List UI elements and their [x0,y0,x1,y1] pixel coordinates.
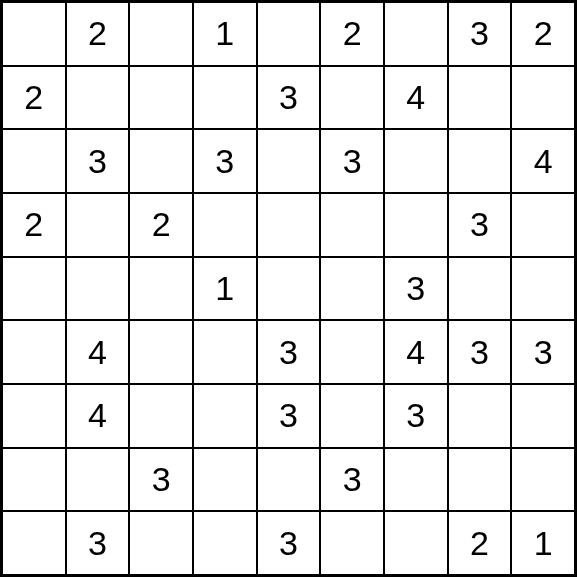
grid-cell[interactable] [129,66,193,130]
grid-cell[interactable] [193,193,257,257]
grid-cell[interactable] [129,257,193,321]
grid-cell[interactable]: 1 [193,2,257,66]
grid-cell[interactable]: 3 [257,66,321,130]
grid-cell[interactable]: 4 [511,129,575,193]
grid-cell[interactable] [66,66,130,130]
grid-cell[interactable]: 4 [384,66,448,130]
grid-cell[interactable] [129,384,193,448]
grid-cell[interactable]: 3 [320,129,384,193]
grid-cell[interactable] [320,511,384,575]
grid-cell[interactable] [257,193,321,257]
grid-cell[interactable]: 3 [384,257,448,321]
grid-cell[interactable] [193,448,257,512]
grid-cell[interactable]: 2 [320,2,384,66]
grid-cell[interactable] [320,320,384,384]
grid-cell[interactable]: 2 [2,66,66,130]
grid-cell[interactable] [448,129,512,193]
grid-cell[interactable] [320,257,384,321]
grid-cell[interactable] [2,129,66,193]
grid-cell[interactable] [320,384,384,448]
grid-cell[interactable] [511,257,575,321]
grid-cell[interactable] [511,66,575,130]
grid-cell[interactable] [193,66,257,130]
grid-cell[interactable]: 3 [448,2,512,66]
grid-cell[interactable]: 3 [448,193,512,257]
grid-cell[interactable]: 3 [66,129,130,193]
grid-cell[interactable] [129,320,193,384]
grid-cell[interactable] [320,193,384,257]
grid-cell[interactable]: 3 [257,384,321,448]
grid-cell[interactable]: 3 [320,448,384,512]
grid-cell[interactable]: 2 [511,2,575,66]
grid-cell[interactable] [129,129,193,193]
grid-cell[interactable] [384,129,448,193]
grid-cell[interactable] [384,511,448,575]
grid-cell[interactable] [448,257,512,321]
grid-cell[interactable]: 3 [129,448,193,512]
grid-cell[interactable] [511,384,575,448]
grid-cell[interactable] [2,448,66,512]
grid-cell[interactable]: 4 [384,320,448,384]
grid-cell[interactable] [257,2,321,66]
grid-cell[interactable] [320,66,384,130]
grid-cell[interactable]: 3 [66,511,130,575]
grid-cell[interactable] [66,257,130,321]
grid-cell[interactable] [257,448,321,512]
grid-cell[interactable] [257,257,321,321]
grid-cell[interactable] [66,448,130,512]
grid-cell[interactable] [257,129,321,193]
grid-cell[interactable] [448,66,512,130]
grid-cell[interactable] [511,193,575,257]
grid-cell[interactable]: 3 [257,511,321,575]
grid-cell[interactable]: 2 [2,193,66,257]
grid-cell[interactable]: 4 [66,320,130,384]
grid-cell[interactable] [384,448,448,512]
grid-cell[interactable] [193,511,257,575]
grid-cell[interactable] [448,384,512,448]
grid-cell[interactable]: 3 [448,320,512,384]
grid-cell[interactable] [129,511,193,575]
grid-cell[interactable] [384,193,448,257]
grid-cell[interactable] [2,2,66,66]
grid-cell[interactable]: 3 [193,129,257,193]
grid-cell[interactable]: 2 [129,193,193,257]
grid-cell[interactable] [2,511,66,575]
puzzle-grid: 2 1 2 3 2 2 3 4 3 3 3 4 2 2 3 1 3 4 3 4 … [0,0,577,577]
grid-cell[interactable]: 3 [257,320,321,384]
grid-cell[interactable] [193,320,257,384]
grid-cell[interactable] [66,193,130,257]
grid-cell[interactable]: 1 [193,257,257,321]
grid-cell[interactable] [193,384,257,448]
grid-cell[interactable] [2,257,66,321]
grid-cell[interactable]: 3 [511,320,575,384]
grid-cell[interactable]: 4 [66,384,130,448]
grid-cell[interactable]: 2 [448,511,512,575]
grid-cell[interactable] [2,384,66,448]
grid-cell[interactable] [448,448,512,512]
grid-cell[interactable] [2,320,66,384]
grid-cell[interactable]: 2 [66,2,130,66]
grid-cell[interactable] [384,2,448,66]
grid-cell[interactable]: 3 [384,384,448,448]
grid-cell[interactable] [129,2,193,66]
grid-cell[interactable]: 1 [511,511,575,575]
grid-cell[interactable] [511,448,575,512]
